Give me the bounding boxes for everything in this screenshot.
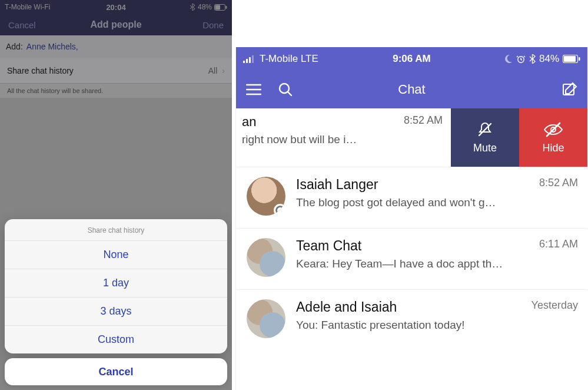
- status-bar: T-Mobile LTE 9:06 AM 84%: [236, 47, 587, 71]
- hide-label: Hide: [542, 142, 564, 154]
- chat-name: Isaiah Langer: [296, 177, 378, 192]
- chat-row[interactable]: 8:52 AM Isaiah Langer The blog post got …: [236, 167, 587, 229]
- chat-row-swiped[interactable]: an 8:52 AM right now but will be i… Mute…: [236, 108, 587, 167]
- action-sheet-option-custom[interactable]: Custom: [5, 326, 227, 353]
- swipe-action-mute[interactable]: Mute: [451, 108, 519, 167]
- chat-preview: The blog post got delayed and won't g…: [296, 196, 578, 209]
- chat-row-content[interactable]: an 8:52 AM right now but will be i…: [236, 108, 451, 167]
- avatar-group: [247, 238, 285, 277]
- chat-row[interactable]: 6:11 AM Team Chat Keara: Hey Team—I have…: [236, 229, 587, 290]
- action-sheet-option-3days[interactable]: 3 days: [5, 298, 227, 326]
- chat-time: Yesterday: [531, 299, 578, 312]
- hide-icon: [543, 121, 563, 138]
- chat-time: 6:11 AM: [539, 238, 578, 250]
- chat-name: Adele and Isaiah: [296, 299, 397, 315]
- mute-label: Mute: [473, 142, 497, 154]
- chat-time: 8:52 AM: [539, 177, 578, 189]
- page-title: Chat: [236, 82, 587, 97]
- action-sheet-option-1day[interactable]: 1 day: [5, 269, 227, 298]
- chat-preview: You: Fantastic presentation today!: [296, 319, 578, 332]
- mute-icon: [476, 121, 494, 138]
- avatar: [247, 177, 285, 216]
- chat-top-bar: Chat: [236, 71, 587, 108]
- chat-preview: right now but will be i…: [242, 133, 443, 146]
- chat-time: 8:52 AM: [404, 114, 443, 127]
- swipe-action-hide[interactable]: Hide: [519, 108, 587, 167]
- presence-indicator: [274, 204, 285, 216]
- action-sheet-option-none[interactable]: None: [5, 241, 227, 269]
- left-phone-screen: T-Mobile Wi-Fi 20:04 48% Cancel Add peop…: [0, 0, 232, 390]
- chat-name: Team Chat: [296, 238, 361, 253]
- avatar-group: [247, 299, 285, 338]
- chat-row[interactable]: Yesterday Adele and Isaiah You: Fantasti…: [236, 290, 587, 351]
- action-sheet-cancel[interactable]: Cancel: [5, 358, 227, 385]
- action-sheet-title: Share chat history: [5, 219, 227, 241]
- chat-preview: Keara: Hey Team—I have a doc appt th…: [296, 257, 578, 270]
- right-phone-screen: T-Mobile LTE 9:06 AM 84%: [235, 47, 587, 390]
- action-sheet: Share chat history None 1 day 3 days Cus…: [5, 219, 227, 353]
- clock: 9:06 AM: [236, 53, 587, 65]
